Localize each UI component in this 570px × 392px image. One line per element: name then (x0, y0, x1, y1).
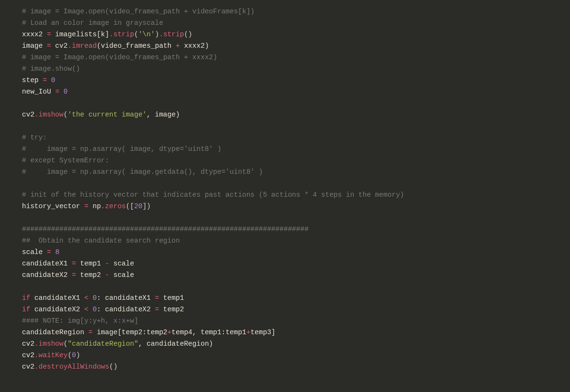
code-line: cv2.destroyAllWindows() (22, 363, 117, 371)
code-line: # try: (22, 134, 47, 141)
number: 8 (55, 248, 60, 256)
module: cv2 (22, 340, 34, 348)
operator: - (105, 260, 109, 267)
module: cv2 (22, 363, 34, 371)
code-editor[interactable]: # image = Image.open(video_frames_path +… (0, 0, 570, 372)
operator: + (176, 42, 180, 50)
operator: + (246, 328, 251, 336)
number: 0 (51, 76, 55, 84)
module: cv2 (22, 351, 34, 359)
code-line: cv2.imshow('the current image', image) (22, 111, 180, 118)
paren: ( (63, 340, 68, 348)
operator: = (43, 76, 47, 84)
operator: = (84, 202, 89, 210)
operator: < (84, 306, 89, 313)
expr: scale (109, 260, 134, 267)
code-line: scale = 8 (22, 248, 59, 256)
comment: # image = np.asarray( image.getdata(), d… (22, 168, 263, 176)
variable: step (22, 76, 43, 84)
expr: candidateX1 (30, 294, 84, 302)
expr: : candidateX2 (97, 306, 155, 313)
args: (video_frames_path (97, 42, 176, 50)
operator: = (88, 328, 93, 336)
keyword: if (22, 306, 30, 313)
variable: candidateX1 (22, 260, 72, 267)
code-line: # image = Image.open(video_frames_path +… (22, 53, 217, 61)
code-line: xxxx2 = imagelists[k].strip('\n').strip(… (22, 31, 192, 38)
code-line: # Load an color image in grayscale (22, 19, 163, 27)
operator: = (155, 306, 159, 313)
comment: # image = np.asarray( image, dtype='uint… (22, 145, 222, 153)
operator: = (72, 260, 76, 267)
code-line: if candidateX2 < 0: candidateX2 = temp2 (22, 306, 184, 313)
expr: temp2 (76, 271, 105, 279)
code-line: ## Obtain the candidate search region (22, 237, 180, 244)
method: .strip (159, 31, 184, 38)
variable: image (22, 42, 47, 50)
expr: image[temp2:temp2 (93, 328, 168, 336)
variable: candidateX2 (22, 271, 72, 279)
comment: ## Obtain the candidate search region (22, 237, 180, 244)
paren: ) (76, 351, 80, 359)
method: .destroyAllWindows (34, 363, 109, 371)
variable: scale (22, 248, 47, 256)
method: .imshow (34, 340, 63, 348)
number: 0 (63, 88, 68, 95)
method: .zeros (101, 202, 126, 210)
code-line: candidateRegion = image[temp2:temp2+temp… (22, 328, 275, 336)
variable: history_vector (22, 202, 84, 210)
number: 20 (134, 202, 142, 210)
args: xxxx2) (180, 42, 209, 50)
code-line: new_IoU = 0 (22, 88, 68, 95)
code-line: # image = np.asarray( image, dtype='uint… (22, 145, 222, 153)
paren: ( (63, 111, 68, 118)
code-line: # init of the history vector that indica… (22, 191, 404, 199)
code-line: # image.show() (22, 65, 80, 73)
number: 0 (93, 306, 97, 313)
blank-line (22, 283, 26, 290)
comment: # Load an color image in grayscale (22, 19, 163, 27)
comment: # image = Image.open(video_frames_path +… (22, 8, 254, 15)
string: "candidateRegion" (68, 340, 138, 348)
keyword: if (22, 294, 30, 302)
method: .strip (109, 31, 134, 38)
paren: ]) (142, 202, 150, 210)
code-line: # except SystemError: (22, 157, 109, 164)
expr: temp2 (159, 306, 184, 313)
expr: temp1 (159, 294, 184, 302)
method: .waitKey (34, 351, 68, 359)
code-line: ########################################… (22, 225, 308, 233)
code-line: candidateX1 = temp1 - scale (22, 260, 134, 267)
operator: + (168, 328, 172, 336)
comment: ########################################… (22, 225, 308, 233)
code-line: #### NOTE: img[y:y+h, x:x+w] (22, 317, 138, 325)
expr: imagelists[k] (51, 31, 109, 38)
blank-line (22, 99, 26, 107)
paren: () (184, 31, 192, 38)
operator: = (155, 294, 159, 302)
comment: # except SystemError: (22, 157, 109, 164)
operator: = (72, 271, 76, 279)
comment: # image.show() (22, 65, 80, 73)
expr: scale (109, 271, 134, 279)
code-line: cv2.imshow("candidateRegion", candidateR… (22, 340, 213, 348)
args: , candidateRegion) (138, 340, 213, 348)
number: 0 (72, 351, 76, 359)
string: '\n' (138, 31, 155, 38)
code-line: # image = Image.open(video_frames_path +… (22, 8, 254, 15)
paren: ( (134, 31, 138, 38)
comment: # init of the history vector that indica… (22, 191, 404, 199)
code-line: # image = np.asarray( image.getdata(), d… (22, 168, 263, 176)
paren: ) (155, 31, 159, 38)
operator: = (47, 31, 51, 38)
module: cv2 (22, 111, 34, 118)
code-line: cv2.waitKey(0) (22, 351, 80, 359)
number: 0 (93, 294, 97, 302)
method: .imread (68, 42, 97, 50)
expr: temp4, temp1:temp1 (171, 328, 246, 336)
paren: ([ (126, 202, 134, 210)
code-line: history_vector = np.zeros([20]) (22, 202, 151, 210)
blank-line (22, 180, 26, 187)
method: .imshow (34, 111, 63, 118)
expr: temp3] (251, 328, 275, 336)
